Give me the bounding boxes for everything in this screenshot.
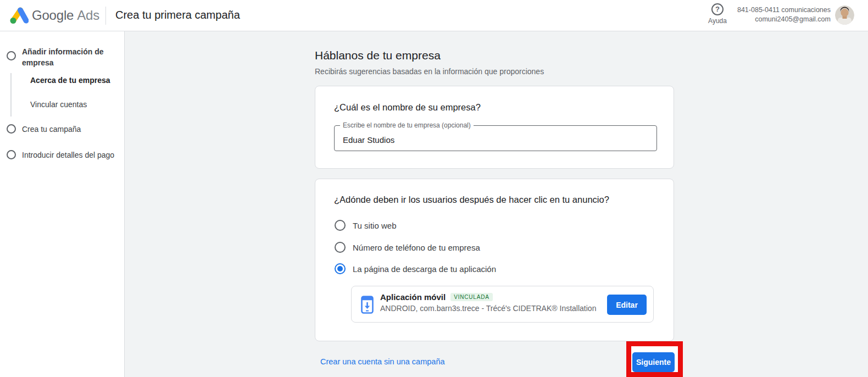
help-button[interactable]: ? Ayuda: [705, 3, 730, 25]
radio-option-app-download[interactable]: La página de descarga de tu aplicación: [335, 263, 496, 275]
sidebar-substep-link-accounts[interactable]: Vincular cuentas: [30, 100, 87, 109]
step3-circle-icon: [7, 150, 16, 159]
sidebar-step-payment-details[interactable]: Introducir detalles del pago: [22, 149, 114, 160]
mobile-app-download-icon: [361, 296, 374, 316]
brand-google: Google: [32, 8, 74, 23]
destination-question: ¿Adónde deben ir los usuarios después de…: [334, 195, 609, 205]
radio-unselected-icon[interactable]: [335, 220, 346, 231]
brand-text: GoogleAds: [32, 8, 99, 23]
header-divider: [105, 7, 106, 25]
business-name-card: ¿Cuál es el nombre de su empresa? Escrib…: [315, 86, 674, 169]
radio-option-website[interactable]: Tu sitio web: [335, 219, 396, 231]
business-name-question: ¿Cuál es el nombre de su empresa?: [334, 102, 481, 113]
create-account-without-campaign-link[interactable]: Crear una cuenta sin una campaña: [320, 357, 445, 366]
brand-ads: Ads: [77, 8, 99, 23]
help-icon[interactable]: ?: [711, 3, 724, 15]
step-connector-line: [10, 73, 12, 117]
main-content: Háblanos de tu empresa Recibirás sugeren…: [125, 31, 868, 377]
sidebar-step-create-campaign[interactable]: Crea tu campaña: [22, 124, 81, 135]
section-heading: Háblanos de tu empresa: [315, 49, 441, 62]
linked-app-card: Aplicación móvil VINCULADA ANDROID, com.…: [351, 286, 654, 323]
sidebar-step-business-info[interactable]: Añadir información de empresa: [22, 46, 110, 68]
business-name-input[interactable]: [335, 126, 656, 151]
business-name-field-label: Escribe el nombre de tu empresa (opciona…: [340, 121, 474, 129]
linked-status-badge: VINCULADA: [450, 293, 492, 301]
linked-app-details: ANDROID, com.barn3s.trece - Trécé's CIDE…: [380, 304, 596, 313]
step1-circle-icon: [7, 51, 16, 60]
radio-selected-icon[interactable]: [335, 263, 346, 274]
sidebar-substep-about-business[interactable]: Acerca de tu empresa: [30, 76, 110, 85]
stepper-sidebar: Añadir información de empresa Acerca de …: [0, 31, 125, 377]
step2-circle-icon: [7, 124, 16, 134]
linked-app-info: Aplicación móvil VINCULADA ANDROID, com.…: [380, 292, 596, 313]
red-highlight-annotation: Siguiente: [626, 341, 683, 377]
radio-unselected-icon[interactable]: [335, 242, 346, 253]
app-header: GoogleAds Crea tu primera campaña ? Ayud…: [0, 0, 868, 31]
radio-label-phone: Número de teléfono de tu empresa: [353, 243, 480, 252]
edit-app-button[interactable]: Editar: [607, 295, 647, 315]
google-ads-setup-page: GoogleAds Crea tu primera campaña ? Ayud…: [0, 0, 868, 377]
avatar[interactable]: [835, 5, 854, 25]
account-email: comuni2405@gmail.com: [737, 15, 831, 24]
ad-destination-card: ¿Adónde deben ir los usuarios después de…: [315, 179, 674, 341]
next-button[interactable]: Siguiente: [632, 352, 675, 372]
page-title: Crea tu primera campaña: [115, 9, 240, 21]
section-subheading: Recibirás sugerencias basadas en la info…: [315, 67, 544, 76]
radio-label-website: Tu sitio web: [353, 221, 396, 230]
radio-option-phone[interactable]: Número de teléfono de tu empresa: [335, 241, 480, 253]
account-name: 841-085-0411 comunicaciones: [737, 5, 831, 15]
google-ads-logo-icon[interactable]: [9, 7, 29, 24]
account-info: 841-085-0411 comunicaciones comuni2405@g…: [737, 5, 831, 24]
linked-app-title: Aplicación móvil: [380, 292, 446, 302]
business-name-field-wrap: Escribe el nombre de tu empresa (opciona…: [334, 125, 657, 151]
help-label: Ayuda: [705, 17, 730, 25]
radio-label-app-download: La página de descarga de tu aplicación: [353, 264, 496, 274]
